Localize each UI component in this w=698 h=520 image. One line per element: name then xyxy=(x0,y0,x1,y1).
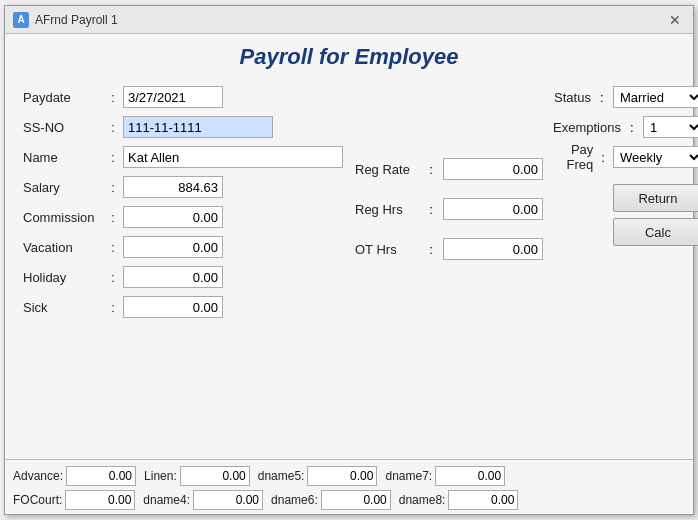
bottom-row-2: FOCourt: dname4: dname6: dname8: xyxy=(13,490,685,510)
reghrs-label: Reg Hrs xyxy=(355,202,419,217)
ssno-input[interactable] xyxy=(123,116,273,138)
linen-field: Linen: xyxy=(144,466,250,486)
vacation-input[interactable] xyxy=(123,236,223,258)
focourt-input[interactable] xyxy=(65,490,135,510)
dname4-input[interactable] xyxy=(193,490,263,510)
status-select[interactable]: Single Married Head of Household xyxy=(613,86,698,108)
advance-field: Advance: xyxy=(13,466,136,486)
vacation-label: Vacation xyxy=(23,240,103,255)
dname7-field: dname7: xyxy=(385,466,505,486)
dname5-label: dname5: xyxy=(258,469,305,483)
close-button[interactable]: ✕ xyxy=(665,10,685,30)
linen-label: Linen: xyxy=(144,469,177,483)
othrs-label: OT Hrs xyxy=(355,242,419,257)
payfreq-select[interactable]: Daily Weekly Bi-Weekly Semi-Monthly Mont… xyxy=(613,146,698,168)
window-title: AFrnd Payroll 1 xyxy=(35,13,118,27)
mid-section: Reg Rate : Reg Hrs : OT Hrs : xyxy=(343,84,543,449)
button-area: Return Calc xyxy=(553,184,698,246)
sick-input[interactable] xyxy=(123,296,223,318)
dname8-field: dname8: xyxy=(399,490,519,510)
payfreq-row: Pay Freq : Daily Weekly Bi-Weekly Semi-M… xyxy=(553,144,698,170)
bottom-bar: Advance: Linen: dname5: dname7: FOCourt: xyxy=(5,459,693,514)
sick-label: Sick xyxy=(23,300,103,315)
name-row: Name : xyxy=(23,144,343,170)
othrs-input[interactable] xyxy=(443,238,543,260)
advance-input[interactable] xyxy=(66,466,136,486)
holiday-input[interactable] xyxy=(123,266,223,288)
salary-input[interactable] xyxy=(123,176,223,198)
paydate-row: Paydate : xyxy=(23,84,343,110)
regrate-input[interactable] xyxy=(443,158,543,180)
payfreq-label: Pay Freq xyxy=(553,142,593,172)
holiday-row: Holiday : xyxy=(23,264,343,290)
commission-input[interactable] xyxy=(123,206,223,228)
sick-row: Sick : xyxy=(23,294,343,320)
exemptions-row: Exemptions : 0 1 2 3 4 5 xyxy=(553,114,698,140)
content-area: Payroll for Employee Paydate : SS-NO : xyxy=(5,34,693,459)
right-section: Status : Single Married Head of Househol… xyxy=(543,84,698,449)
page-title: Payroll for Employee xyxy=(23,44,675,70)
dname6-label: dname6: xyxy=(271,493,318,507)
status-row: Status : Single Married Head of Househol… xyxy=(553,84,698,110)
status-label: Status xyxy=(554,90,591,105)
commission-label: Commission xyxy=(23,210,103,225)
vacation-row: Vacation : xyxy=(23,234,343,260)
regrate-label: Reg Rate xyxy=(355,162,419,177)
paydate-label: Paydate xyxy=(23,90,103,105)
dname7-input[interactable] xyxy=(435,466,505,486)
linen-input[interactable] xyxy=(180,466,250,486)
othrs-row: OT Hrs : xyxy=(355,234,543,264)
dname7-label: dname7: xyxy=(385,469,432,483)
ssno-row: SS-NO : xyxy=(23,114,343,140)
focourt-label: FOCourt: xyxy=(13,493,62,507)
dname6-field: dname6: xyxy=(271,490,391,510)
paydate-input[interactable] xyxy=(123,86,223,108)
salary-row: Salary : xyxy=(23,174,343,200)
title-bar-left: A AFrnd Payroll 1 xyxy=(13,12,118,28)
exemptions-select[interactable]: 0 1 2 3 4 5 xyxy=(643,116,698,138)
dname8-label: dname8: xyxy=(399,493,446,507)
reghrs-input[interactable] xyxy=(443,198,543,220)
exemptions-label: Exemptions xyxy=(553,120,621,135)
calc-button[interactable]: Calc xyxy=(613,218,698,246)
name-label: Name xyxy=(23,150,103,165)
ssno-label: SS-NO xyxy=(23,120,103,135)
focourt-field: FOCourt: xyxy=(13,490,135,510)
dname4-label: dname4: xyxy=(143,493,190,507)
app-icon: A xyxy=(13,12,29,28)
bottom-row-1: Advance: Linen: dname5: dname7: xyxy=(13,466,685,486)
title-bar: A AFrnd Payroll 1 ✕ xyxy=(5,6,693,34)
advance-label: Advance: xyxy=(13,469,63,483)
name-input[interactable] xyxy=(123,146,343,168)
salary-label: Salary xyxy=(23,180,103,195)
regrate-row: Reg Rate : xyxy=(355,154,543,184)
dname4-field: dname4: xyxy=(143,490,263,510)
dname6-input[interactable] xyxy=(321,490,391,510)
holiday-label: Holiday xyxy=(23,270,103,285)
dname5-input[interactable] xyxy=(307,466,377,486)
return-button[interactable]: Return xyxy=(613,184,698,212)
left-section: Paydate : SS-NO : Name : S xyxy=(23,84,343,449)
reghrs-row: Reg Hrs : xyxy=(355,194,543,224)
dname8-input[interactable] xyxy=(448,490,518,510)
commission-row: Commission : xyxy=(23,204,343,230)
main-window: A AFrnd Payroll 1 ✕ Payroll for Employee… xyxy=(4,5,694,515)
dname5-field: dname5: xyxy=(258,466,378,486)
